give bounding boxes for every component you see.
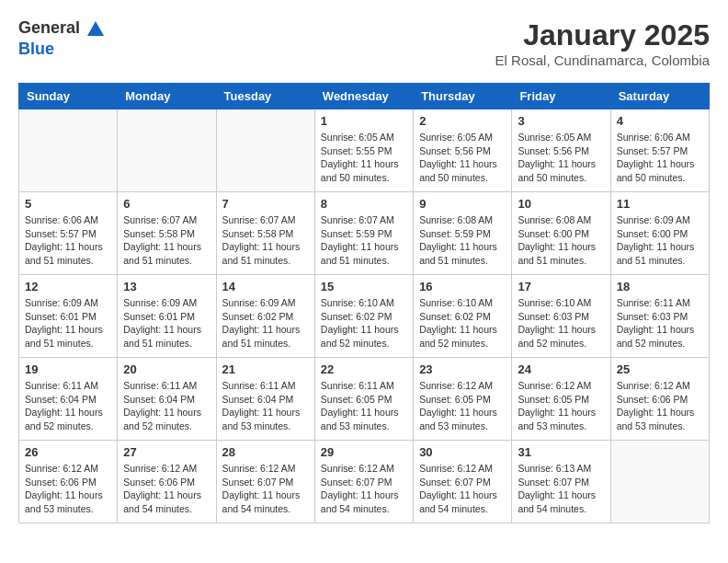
calendar-cell: 6Sunrise: 6:07 AMSunset: 5:58 PMDaylight… — [118, 192, 216, 275]
day-number: 9 — [419, 197, 506, 211]
weekday-header-tuesday: Tuesday — [216, 84, 314, 109]
day-info: Sunrise: 6:09 AMSunset: 6:01 PMDaylight:… — [123, 296, 210, 350]
calendar-cell: 11Sunrise: 6:09 AMSunset: 6:00 PMDayligh… — [610, 192, 709, 275]
calendar-cell: 3Sunrise: 6:05 AMSunset: 5:56 PMDaylight… — [512, 109, 610, 192]
day-info: Sunrise: 6:08 AMSunset: 6:00 PMDaylight:… — [518, 213, 604, 268]
logo-blue: Blue — [18, 40, 54, 58]
day-number: 28 — [222, 445, 309, 459]
calendar-cell: 9Sunrise: 6:08 AMSunset: 5:59 PMDaylight… — [414, 192, 512, 275]
day-info: Sunrise: 6:11 AMSunset: 6:04 PMDaylight:… — [222, 379, 309, 433]
day-info: Sunrise: 6:10 AMSunset: 6:02 PMDaylight:… — [321, 296, 407, 350]
svg-marker-0 — [87, 21, 104, 36]
calendar-cell: 5Sunrise: 6:06 AMSunset: 5:57 PMDaylight… — [19, 192, 118, 275]
day-number: 13 — [123, 280, 210, 293]
day-number: 27 — [123, 445, 210, 459]
month-title: January 2025 — [495, 18, 710, 52]
day-info: Sunrise: 6:09 AMSunset: 6:01 PMDaylight:… — [25, 296, 111, 350]
weekday-header-saturday: Saturday — [610, 84, 709, 109]
day-number: 29 — [321, 445, 407, 459]
day-info: Sunrise: 6:12 AMSunset: 6:07 PMDaylight:… — [222, 462, 309, 516]
day-number: 1 — [321, 114, 407, 128]
day-info: Sunrise: 6:11 AMSunset: 6:04 PMDaylight:… — [123, 379, 210, 433]
day-info: Sunrise: 6:05 AMSunset: 5:55 PMDaylight:… — [321, 131, 407, 185]
calendar-cell: 18Sunrise: 6:11 AMSunset: 6:03 PMDayligh… — [610, 275, 709, 358]
weekday-header-wednesday: Wednesday — [314, 84, 413, 109]
calendar-cell: 8Sunrise: 6:07 AMSunset: 5:59 PMDaylight… — [314, 192, 413, 275]
weekday-header-sunday: Sunday — [19, 84, 118, 109]
calendar-cell: 19Sunrise: 6:11 AMSunset: 6:04 PMDayligh… — [19, 358, 118, 441]
calendar-cell: 25Sunrise: 6:12 AMSunset: 6:06 PMDayligh… — [610, 358, 709, 441]
day-number: 14 — [222, 280, 309, 293]
day-number: 3 — [518, 114, 604, 128]
calendar-cell: 10Sunrise: 6:08 AMSunset: 6:00 PMDayligh… — [512, 192, 610, 275]
calendar-cell: 20Sunrise: 6:11 AMSunset: 6:04 PMDayligh… — [118, 358, 216, 441]
day-number: 25 — [617, 362, 703, 376]
day-number: 11 — [617, 197, 703, 211]
day-number: 18 — [617, 280, 703, 293]
calendar-cell: 17Sunrise: 6:10 AMSunset: 6:03 PMDayligh… — [512, 275, 610, 358]
day-info: Sunrise: 6:12 AMSunset: 6:06 PMDaylight:… — [617, 379, 703, 433]
day-info: Sunrise: 6:05 AMSunset: 5:56 PMDaylight:… — [419, 131, 506, 185]
location: El Rosal, Cundinamarca, Colombia — [495, 52, 710, 68]
day-info: Sunrise: 6:12 AMSunset: 6:05 PMDaylight:… — [518, 379, 604, 433]
calendar-cell: 31Sunrise: 6:13 AMSunset: 6:07 PMDayligh… — [512, 441, 610, 523]
day-number: 19 — [25, 362, 111, 376]
calendar-cell: 29Sunrise: 6:12 AMSunset: 6:07 PMDayligh… — [314, 441, 413, 523]
calendar-cell — [118, 109, 216, 192]
day-info: Sunrise: 6:05 AMSunset: 5:56 PMDaylight:… — [518, 131, 604, 185]
day-info: Sunrise: 6:09 AMSunset: 6:02 PMDaylight:… — [222, 296, 309, 350]
day-number: 4 — [617, 114, 703, 128]
day-info: Sunrise: 6:07 AMSunset: 5:58 PMDaylight:… — [222, 213, 309, 268]
week-row-1: 1Sunrise: 6:05 AMSunset: 5:55 PMDaylight… — [19, 109, 710, 192]
day-info: Sunrise: 6:07 AMSunset: 5:58 PMDaylight:… — [123, 213, 210, 268]
day-number: 20 — [123, 362, 210, 376]
day-info: Sunrise: 6:12 AMSunset: 6:06 PMDaylight:… — [25, 462, 111, 516]
day-number: 7 — [222, 197, 309, 211]
day-number: 16 — [419, 280, 506, 293]
calendar-cell: 4Sunrise: 6:06 AMSunset: 5:57 PMDaylight… — [610, 109, 709, 192]
day-number: 23 — [419, 362, 506, 376]
day-number: 24 — [518, 362, 604, 376]
page-header: General Blue January 2025 El Rosal, Cund… — [18, 18, 710, 68]
weekday-header-monday: Monday — [118, 84, 216, 109]
calendar-cell: 26Sunrise: 6:12 AMSunset: 6:06 PMDayligh… — [19, 441, 118, 523]
logo-general: General — [18, 18, 80, 37]
day-number: 31 — [518, 445, 604, 459]
calendar-cell: 27Sunrise: 6:12 AMSunset: 6:06 PMDayligh… — [118, 441, 216, 523]
calendar-cell: 14Sunrise: 6:09 AMSunset: 6:02 PMDayligh… — [216, 275, 314, 358]
calendar-cell: 28Sunrise: 6:12 AMSunset: 6:07 PMDayligh… — [216, 441, 314, 523]
weekday-header-thursday: Thursday — [414, 84, 512, 109]
calendar-cell: 22Sunrise: 6:11 AMSunset: 6:05 PMDayligh… — [314, 358, 413, 441]
day-number: 2 — [419, 114, 506, 128]
logo: General Blue — [18, 18, 107, 59]
day-number: 30 — [419, 445, 506, 459]
day-info: Sunrise: 6:11 AMSunset: 6:03 PMDaylight:… — [617, 296, 703, 350]
calendar-cell: 24Sunrise: 6:12 AMSunset: 6:05 PMDayligh… — [512, 358, 610, 441]
calendar-cell — [610, 441, 709, 523]
day-number: 15 — [321, 280, 407, 293]
calendar-cell: 23Sunrise: 6:12 AMSunset: 6:05 PMDayligh… — [414, 358, 512, 441]
title-area: January 2025 El Rosal, Cundinamarca, Col… — [495, 18, 710, 68]
day-info: Sunrise: 6:12 AMSunset: 6:07 PMDaylight:… — [321, 462, 407, 516]
day-number: 26 — [25, 445, 111, 459]
day-info: Sunrise: 6:12 AMSunset: 6:07 PMDaylight:… — [419, 462, 506, 516]
day-number: 8 — [321, 197, 407, 211]
day-number: 22 — [321, 362, 407, 376]
day-number: 10 — [518, 197, 604, 211]
calendar-cell: 21Sunrise: 6:11 AMSunset: 6:04 PMDayligh… — [216, 358, 314, 441]
day-info: Sunrise: 6:09 AMSunset: 6:00 PMDaylight:… — [617, 213, 703, 268]
day-number: 21 — [222, 362, 309, 376]
logo-text: General Blue — [18, 18, 107, 59]
week-row-5: 26Sunrise: 6:12 AMSunset: 6:06 PMDayligh… — [19, 441, 710, 523]
day-number: 17 — [518, 280, 604, 293]
calendar-cell — [19, 109, 118, 192]
calendar-cell: 30Sunrise: 6:12 AMSunset: 6:07 PMDayligh… — [414, 441, 512, 523]
day-number: 12 — [25, 280, 111, 293]
week-row-3: 12Sunrise: 6:09 AMSunset: 6:01 PMDayligh… — [19, 275, 710, 358]
weekday-header-row: SundayMondayTuesdayWednesdayThursdayFrid… — [19, 84, 710, 109]
calendar-cell: 1Sunrise: 6:05 AMSunset: 5:55 PMDaylight… — [314, 109, 413, 192]
day-info: Sunrise: 6:10 AMSunset: 6:03 PMDaylight:… — [518, 296, 604, 350]
calendar-cell: 16Sunrise: 6:10 AMSunset: 6:02 PMDayligh… — [414, 275, 512, 358]
day-info: Sunrise: 6:12 AMSunset: 6:05 PMDaylight:… — [419, 379, 506, 433]
day-number: 5 — [25, 197, 111, 211]
